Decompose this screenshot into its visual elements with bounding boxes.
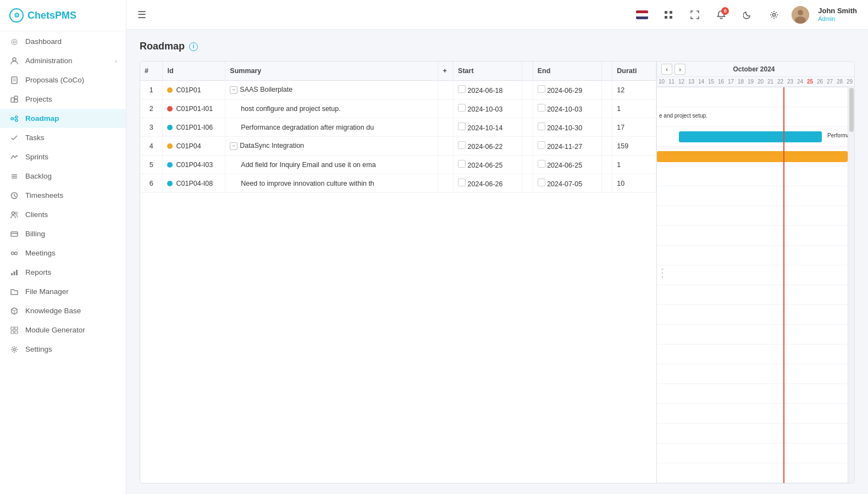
start-checkbox[interactable] [458,123,466,130]
gantt-day-cell: 22 [776,77,786,86]
start-checkbox[interactable] [458,104,466,112]
start-checkbox[interactable] [458,141,466,149]
header-settings-button[interactable] [765,6,783,24]
gantt-header: ‹ › October 2024 10111213141516171819202… [657,62,854,87]
page-title: Roadmap [140,41,185,52]
sidebar-item-label: Projects [25,95,52,103]
proposals-icon [9,76,20,84]
cell-summary: host configure and project setup. [225,99,438,118]
gantt-resize-handle[interactable]: ⋮ [657,267,660,278]
page-title-row: Roadmap i [140,41,855,52]
cell-num: 1 [140,81,163,99]
gantt-row [657,443,854,463]
sidebar-item-label: Reports [25,268,51,276]
svg-point-44 [798,10,803,15]
cell-start: 2024-10-14 [454,118,522,137]
end-checkbox[interactable] [538,85,545,93]
gantt-row [657,325,854,345]
end-checkbox[interactable] [538,123,545,130]
sidebar-item-billing[interactable]: Billing [0,224,126,243]
table-row[interactable]: 1C01P01−SAAS Boilerplate 2024-06-18 2024… [140,81,656,99]
start-checkbox[interactable] [458,160,466,168]
sidebar-item-timesheets[interactable]: Timesheets [0,186,126,205]
svg-rect-27 [11,273,13,275]
gantt-today-line [783,87,784,483]
table-row[interactable]: 3C01P01-I06Performance degradation after… [140,118,656,137]
col-header-id: Id [163,62,225,81]
end-checkbox[interactable] [538,141,545,149]
gantt-next-button[interactable]: › [675,64,685,75]
apps-grid-icon [664,10,673,19]
sidebar-item-clients[interactable]: Clients [0,205,126,224]
col-header-plus[interactable]: + [438,62,454,81]
svg-point-11 [15,119,18,121]
cell-num: 2 [140,99,163,118]
gantt-day-cell: 16 [716,77,726,86]
sidebar-item-dashboard[interactable]: ◎ Dashboard [0,31,126,51]
gantt-scrollbar-thumb[interactable] [849,88,854,132]
table-row[interactable]: 5C01P04-I03Add field for Inquiry Email a… [140,156,656,174]
end-checkbox[interactable] [538,160,545,168]
apps-button[interactable] [660,6,677,24]
table-row[interactable]: 4C01P04−DataSync Integration 2024-06-22 … [140,137,656,156]
col-header-end-extra [601,62,612,81]
cell-num: 5 [140,156,163,174]
sidebar-item-settings[interactable]: Settings [0,340,126,359]
cell-plus [438,137,454,156]
sidebar-item-label: Clients [25,210,48,219]
roadmap-icon [9,115,20,123]
start-checkbox[interactable] [458,179,466,186]
svg-line-12 [13,117,15,119]
avatar[interactable] [792,6,809,24]
language-selector[interactable] [633,6,651,24]
cell-start-extra [522,156,533,174]
info-icon[interactable]: i [189,42,198,51]
sidebar-item-label: Backlog [25,172,52,180]
dark-mode-button[interactable] [739,6,756,24]
sidebar-item-meetings[interactable]: Meetings [0,243,126,263]
sidebar-item-roadmap[interactable]: Roadmap [0,109,126,128]
gantt-days-row: 1011121314151617181920212223242526272829… [657,77,854,87]
expand-icon[interactable]: − [230,86,237,94]
svg-rect-38 [665,11,667,14]
gantt-scrollbar[interactable] [848,87,854,483]
gantt-row [657,87,854,107]
sidebar-item-file-manager[interactable]: File Manager [0,282,126,301]
sidebar-item-reports[interactable]: Reports [0,263,126,282]
sidebar-item-sprints[interactable]: Sprints [0,147,126,166]
cell-end: 2024-06-29 [533,81,601,99]
svg-rect-34 [15,327,18,330]
gantt-row [657,226,854,246]
col-header-start: Start [454,62,522,81]
start-checkbox[interactable] [458,85,466,93]
sidebar-logo: ⚙ ChetsPMS [0,0,126,31]
svg-point-21 [15,212,18,214]
file-manager-icon [9,288,20,296]
cell-plus [438,156,454,174]
sidebar-item-tasks[interactable]: Tasks [0,128,126,147]
svg-line-13 [13,119,15,120]
gantt-prev-button[interactable]: ‹ [661,64,672,75]
expand-icon[interactable]: − [230,142,237,150]
cell-plus [438,118,454,137]
hamburger-button[interactable]: ☰ [137,9,146,21]
sidebar-item-backlog[interactable]: Backlog [0,166,126,186]
gantt-month-label: October 2024 [733,65,775,73]
resize-dots: ⋮ [657,267,660,278]
sidebar-item-projects[interactable]: Projects [0,90,126,109]
sidebar-item-module-generator[interactable]: Module Generator [0,320,126,340]
sidebar-item-knowledge-base[interactable]: Knowledge Base [0,301,126,320]
tasks-icon [9,134,20,142]
gantt-bar [679,131,822,142]
sidebar-item-proposals[interactable]: Proposals (CoCo) [0,70,126,90]
notifications-button[interactable]: 0 [712,6,730,24]
fullscreen-button[interactable] [686,6,704,24]
table-row[interactable]: 2C01P01-I01host configure and project se… [140,99,656,118]
gantt-row [657,186,854,206]
end-checkbox[interactable] [538,104,545,112]
gantt-row [657,166,854,186]
sidebar-item-administration[interactable]: Administration › [0,51,126,70]
end-checkbox[interactable] [538,179,545,186]
table-row[interactable]: 6C01P04-I08Need to improve innovation cu… [140,174,656,193]
cell-summary: Performance degradation after migration … [225,118,438,137]
